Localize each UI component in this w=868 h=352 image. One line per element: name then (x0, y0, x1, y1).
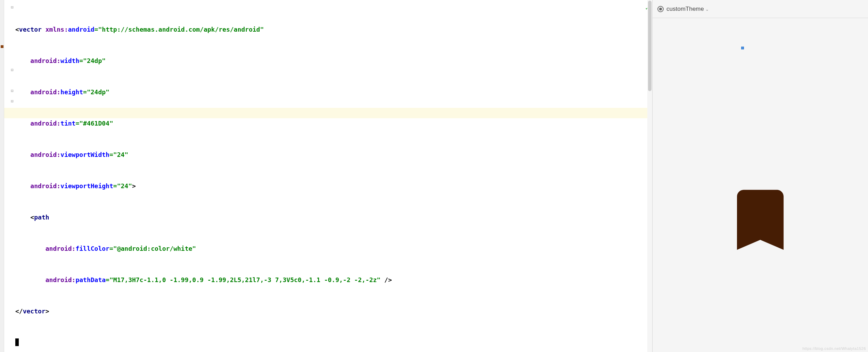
code-line: </vector> (15, 306, 652, 317)
bookmark-icon (720, 168, 800, 272)
theme-dropdown[interactable]: customTheme ⌄ (666, 6, 709, 13)
code-editor-panel[interactable]: ⊟ ⊟ ⊟ ⊟ <vector xmlns:android="http://sc… (4, 0, 653, 352)
breakpoint-marker[interactable] (1, 45, 3, 48)
code-line: android:pathData="M17,3H7c-1.1,0 -1.99,0… (15, 275, 652, 285)
editor-gutter: ⊟ ⊟ ⊟ ⊟ (4, 0, 14, 352)
watermark-text: https://blog.csdn.net/Whatyta1526 (802, 346, 866, 351)
fold-marker-icon[interactable]: ⊟ (10, 68, 14, 72)
code-line: android:height="24dp" (15, 87, 652, 97)
theme-icon (657, 6, 664, 12)
code-line: android:tint="#461D04" (15, 118, 652, 129)
scrollbar-thumb[interactable] (648, 1, 652, 91)
editor-scrollbar[interactable] (647, 0, 652, 352)
text-cursor (15, 338, 19, 346)
code-line: <vector xmlns:android="http://schemas.an… (15, 24, 652, 35)
code-line (15, 337, 652, 348)
preview-canvas[interactable] (653, 18, 868, 352)
code-line: android:viewportWidth="24" (15, 150, 652, 160)
preview-toolbar: customTheme ⌄ (653, 0, 868, 18)
code-line: android:width="24dp" (15, 56, 652, 66)
chevron-down-icon: ⌄ (705, 7, 709, 12)
code-line: <path (15, 212, 652, 223)
preview-panel: customTheme ⌄ https://blog.csdn.net/What… (653, 0, 868, 352)
fold-marker-icon[interactable]: ⊟ (10, 89, 14, 93)
code-content[interactable]: <vector xmlns:android="http://schemas.an… (15, 0, 652, 352)
left-gutter-margin (0, 0, 4, 352)
fold-marker-icon[interactable]: ⊟ (10, 6, 14, 9)
fold-marker-icon[interactable]: ⊟ (10, 99, 14, 103)
selection-handle[interactable] (741, 47, 744, 49)
code-line: android:viewportHeight="24"> (15, 181, 652, 191)
code-line: android:fillColor="@android:color/white" (15, 243, 652, 254)
